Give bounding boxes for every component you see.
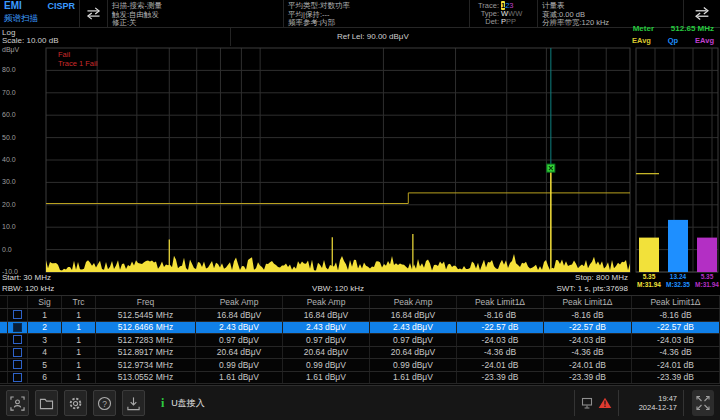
row-checkbox-cell[interactable] bbox=[8, 309, 28, 321]
column-header: Peak Amp bbox=[283, 296, 370, 308]
cell-peak-amp: 0.97 dBμV bbox=[370, 334, 457, 346]
info-icon: i bbox=[161, 396, 164, 411]
detector-label-0: EAvg bbox=[632, 36, 651, 45]
trace-panel[interactable]: Trace:123 Type:WWW Det:PPP bbox=[470, 0, 538, 27]
screenshot-button[interactable] bbox=[6, 390, 29, 416]
standard-label: CISPR bbox=[47, 2, 75, 11]
settings-button[interactable] bbox=[64, 390, 87, 416]
cell-peak-limit-delta: -24.03 dB bbox=[632, 334, 720, 346]
cell-freq: 512.7283 MHz bbox=[96, 334, 196, 346]
detector-label-2: EAvg bbox=[695, 36, 714, 45]
table-row[interactable]: 11512.5445 MHz16.84 dBμV16.84 dBμV16.84 … bbox=[0, 309, 720, 322]
cell-sig: 6 bbox=[28, 372, 62, 384]
sync-loop-icon bbox=[692, 6, 712, 21]
signal-checkbox[interactable] bbox=[13, 360, 22, 369]
y-tick-label: 0.0 bbox=[2, 246, 40, 254]
navigation-arrows-icon bbox=[695, 394, 711, 412]
system-status-icons[interactable] bbox=[581, 397, 612, 410]
cell-peak-limit-delta: -24.01 dB bbox=[632, 359, 720, 371]
help-button[interactable]: ? bbox=[93, 390, 116, 416]
row-checkbox-cell[interactable] bbox=[8, 359, 28, 371]
meter-detector-row: EAvgQpEAvg bbox=[632, 36, 714, 45]
cell-peak-amp: 20.64 dBμV bbox=[283, 347, 370, 359]
cell-sig: 3 bbox=[28, 334, 62, 346]
cell-trc: 1 bbox=[62, 372, 96, 384]
save-button[interactable] bbox=[122, 390, 145, 416]
table-row[interactable]: 51512.9734 MHz0.99 dBμV0.99 dBμV0.99 dBμ… bbox=[0, 359, 720, 372]
cell-peak-limit-delta: -23.39 dB bbox=[632, 372, 720, 384]
signal-checkbox[interactable] bbox=[13, 310, 22, 319]
row-checkbox-cell[interactable] bbox=[8, 334, 28, 346]
correction-text: 修正:关 bbox=[112, 19, 279, 27]
cell-trc: 1 bbox=[62, 309, 96, 321]
row-checkbox-cell[interactable] bbox=[8, 347, 28, 359]
row-indicator bbox=[0, 334, 8, 346]
meter-bar-qp bbox=[668, 220, 688, 272]
row-checkbox-cell[interactable] bbox=[8, 372, 28, 384]
table-row[interactable]: 31512.7283 MHz0.97 dBμV0.97 dBμV0.97 dBμ… bbox=[0, 334, 720, 347]
column-header: Peak Limit1Δ bbox=[632, 296, 720, 308]
gear-icon bbox=[68, 396, 83, 411]
cell-freq: 512.5445 MHz bbox=[96, 309, 196, 321]
cell-peak-limit-delta: -24.03 dB bbox=[457, 334, 544, 346]
cell-peak-amp: 2.43 dBμV bbox=[283, 322, 370, 334]
cell-peak-limit-delta: -23.39 dB bbox=[457, 372, 544, 384]
file-manager-button[interactable] bbox=[35, 390, 58, 416]
spectrum-plot[interactable] bbox=[0, 46, 720, 274]
plot-grid bbox=[46, 48, 718, 272]
limit-line bbox=[46, 193, 630, 204]
signal-checkbox[interactable] bbox=[13, 335, 22, 344]
cell-peak-limit-delta: -4.36 dB bbox=[457, 347, 544, 359]
usb-status: i U盘接入 bbox=[161, 396, 205, 411]
usb-status-text: U盘接入 bbox=[171, 397, 205, 410]
meter-loop-button[interactable] bbox=[684, 0, 720, 27]
date-text: 2024-12-17 bbox=[625, 403, 677, 412]
cell-peak-amp: 20.64 dBμV bbox=[196, 347, 283, 359]
cell-peak-amp: 0.97 dBμV bbox=[196, 334, 283, 346]
cell-peak-amp: 0.97 dBμV bbox=[283, 334, 370, 346]
cell-peak-limit-delta: -22.57 dB bbox=[632, 322, 720, 334]
cell-peak-amp: 2.43 dBμV bbox=[196, 322, 283, 334]
signal-checkbox[interactable] bbox=[13, 348, 22, 357]
cell-peak-limit-delta: -23.39 dB bbox=[544, 372, 632, 384]
column-header: Peak Limit1Δ bbox=[457, 296, 544, 308]
column-header: Peak Amp bbox=[370, 296, 457, 308]
svg-text:?: ? bbox=[102, 398, 107, 408]
cell-peak-limit-delta: -4.36 dB bbox=[632, 347, 720, 359]
screenshot-icon bbox=[10, 396, 25, 411]
meter-label: Meter bbox=[633, 25, 654, 33]
clock[interactable]: 19:47 2024-12-17 bbox=[625, 394, 677, 412]
table-row[interactable]: 61513.0552 MHz1.61 dBμV1.61 dBμV1.61 dBμ… bbox=[0, 372, 720, 385]
noise-trace bbox=[46, 254, 630, 272]
mode-label: EMI bbox=[4, 2, 22, 11]
y-tick-label: 80.0 bbox=[2, 66, 40, 74]
cell-sig: 5 bbox=[28, 359, 62, 371]
y-tick-label: 70.0 bbox=[2, 89, 40, 97]
signal-table: SigTrcFreqPeak AmpPeak AmpPeak AmpPeak L… bbox=[0, 295, 720, 385]
table-row[interactable]: 41512.8917 MHz20.64 dBμV20.64 dBμV20.64 … bbox=[0, 347, 720, 360]
y-tick-label: 50.0 bbox=[2, 134, 40, 142]
cell-freq: 512.9734 MHz bbox=[96, 359, 196, 371]
cell-sig: 1 bbox=[28, 309, 62, 321]
table-header-row: SigTrcFreqPeak AmpPeak AmpPeak AmpPeak L… bbox=[0, 295, 720, 309]
continuous-sweep-button[interactable] bbox=[80, 0, 108, 27]
help-icon: ? bbox=[97, 396, 112, 411]
emi-receiver-app: EMI CISPR 频谱扫描 扫描-搜索-测量 触发:自由触发 修正:关 平均类… bbox=[0, 0, 720, 420]
table-row[interactable]: 21512.6466 MHz2.43 dBμV2.43 dBμV2.43 dBμ… bbox=[0, 322, 720, 335]
cell-peak-limit-delta: -8.16 dB bbox=[457, 309, 544, 321]
cell-peak-amp: 20.64 dBμV bbox=[370, 347, 457, 359]
navigation-keys-button[interactable] bbox=[692, 390, 714, 416]
cell-trc: 1 bbox=[62, 322, 96, 334]
meter-bar-value: 5.35 bbox=[687, 273, 720, 281]
sweep-loop-icon bbox=[84, 6, 103, 21]
cell-trc: 1 bbox=[62, 347, 96, 359]
mode-block[interactable]: EMI CISPR 频谱扫描 bbox=[0, 0, 80, 27]
signal-checkbox[interactable] bbox=[13, 323, 22, 332]
row-checkbox-cell[interactable] bbox=[8, 322, 28, 334]
cell-freq: 513.0552 MHz bbox=[96, 372, 196, 384]
detector-label-1: Qp bbox=[668, 36, 678, 45]
y-tick-label: 30.0 bbox=[2, 178, 40, 186]
signal-checkbox[interactable] bbox=[13, 373, 22, 382]
cell-freq: 512.8917 MHz bbox=[96, 347, 196, 359]
trigger-text: 触发:自由触发 bbox=[112, 11, 279, 20]
